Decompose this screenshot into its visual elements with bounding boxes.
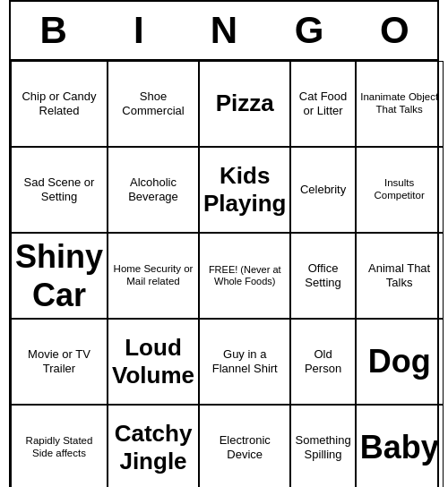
bingo-grid: Chip or Candy RelatedShoe CommercialPizz… bbox=[11, 61, 437, 487]
letter-o: O bbox=[355, 9, 434, 52]
bingo-cell-3[interactable]: Cat Food or Litter bbox=[290, 61, 355, 147]
cell-text-10: Shiny Car bbox=[15, 237, 103, 314]
cell-text-24: Baby bbox=[360, 428, 439, 466]
cell-text-4: Inanimate Object That Talks bbox=[360, 91, 439, 116]
cell-text-16: Loud Volume bbox=[112, 334, 194, 389]
letter-g: G bbox=[270, 9, 349, 52]
bingo-cell-13[interactable]: Office Setting bbox=[290, 233, 355, 319]
bingo-cell-9[interactable]: Insults Competitor bbox=[356, 147, 444, 233]
bingo-header: B I N G O bbox=[11, 2, 437, 61]
bingo-cell-20[interactable]: Rapidly Stated Side affects bbox=[11, 405, 108, 487]
cell-text-8: Celebrity bbox=[300, 183, 346, 197]
bingo-cell-4[interactable]: Inanimate Object That Talks bbox=[356, 61, 444, 147]
cell-text-7: Kids Playing bbox=[203, 162, 286, 218]
bingo-card: B I N G O Chip or Candy RelatedShoe Comm… bbox=[9, 0, 439, 487]
bingo-cell-11[interactable]: Home Security or Mail related bbox=[108, 233, 199, 319]
cell-text-20: Rapidly Stated Side affects bbox=[15, 435, 103, 460]
cell-text-5: Sad Scene or Setting bbox=[15, 175, 103, 203]
cell-text-2: Pizza bbox=[216, 90, 274, 117]
cell-text-11: Home Security or Mail related bbox=[112, 263, 194, 288]
cell-text-17: Guy in a Flannel Shirt bbox=[203, 347, 286, 375]
cell-text-6: Alcoholic Beverage bbox=[112, 175, 194, 203]
cell-text-21: Catchy Jingle bbox=[112, 420, 194, 475]
bingo-cell-7[interactable]: Kids Playing bbox=[199, 147, 290, 233]
cell-text-12: FREE! (Never at Whole Foods) bbox=[203, 264, 286, 287]
bingo-cell-24[interactable]: Baby bbox=[356, 405, 444, 487]
bingo-cell-1[interactable]: Shoe Commercial bbox=[108, 61, 199, 147]
bingo-cell-2[interactable]: Pizza bbox=[199, 61, 290, 147]
bingo-cell-17[interactable]: Guy in a Flannel Shirt bbox=[199, 319, 290, 405]
bingo-cell-23[interactable]: Something Spilling bbox=[290, 405, 355, 487]
bingo-cell-18[interactable]: Old Person bbox=[290, 319, 355, 405]
letter-b: B bbox=[14, 9, 93, 52]
cell-text-22: Electronic Device bbox=[203, 433, 286, 461]
cell-text-18: Old Person bbox=[295, 347, 350, 375]
bingo-cell-15[interactable]: Movie or TV Trailer bbox=[11, 319, 108, 405]
cell-text-14: Animal That Talks bbox=[360, 261, 439, 289]
bingo-cell-8[interactable]: Celebrity bbox=[290, 147, 355, 233]
bingo-cell-5[interactable]: Sad Scene or Setting bbox=[11, 147, 108, 233]
bingo-cell-6[interactable]: Alcoholic Beverage bbox=[108, 147, 199, 233]
letter-i: I bbox=[99, 9, 178, 52]
bingo-cell-16[interactable]: Loud Volume bbox=[108, 319, 199, 405]
bingo-cell-14[interactable]: Animal That Talks bbox=[356, 233, 444, 319]
cell-text-19: Dog bbox=[368, 342, 431, 380]
bingo-cell-12[interactable]: FREE! (Never at Whole Foods) bbox=[199, 233, 290, 319]
cell-text-1: Shoe Commercial bbox=[112, 90, 194, 117]
bingo-cell-10[interactable]: Shiny Car bbox=[11, 233, 108, 319]
cell-text-15: Movie or TV Trailer bbox=[15, 347, 103, 375]
cell-text-9: Insults Competitor bbox=[360, 177, 439, 202]
cell-text-3: Cat Food or Litter bbox=[295, 90, 350, 117]
letter-n: N bbox=[185, 9, 263, 52]
bingo-cell-22[interactable]: Electronic Device bbox=[199, 405, 290, 487]
cell-text-23: Something Spilling bbox=[295, 433, 350, 461]
bingo-cell-0[interactable]: Chip or Candy Related bbox=[11, 61, 108, 147]
cell-text-0: Chip or Candy Related bbox=[15, 90, 103, 117]
bingo-cell-21[interactable]: Catchy Jingle bbox=[108, 405, 199, 487]
bingo-cell-19[interactable]: Dog bbox=[356, 319, 444, 405]
cell-text-13: Office Setting bbox=[295, 261, 350, 289]
